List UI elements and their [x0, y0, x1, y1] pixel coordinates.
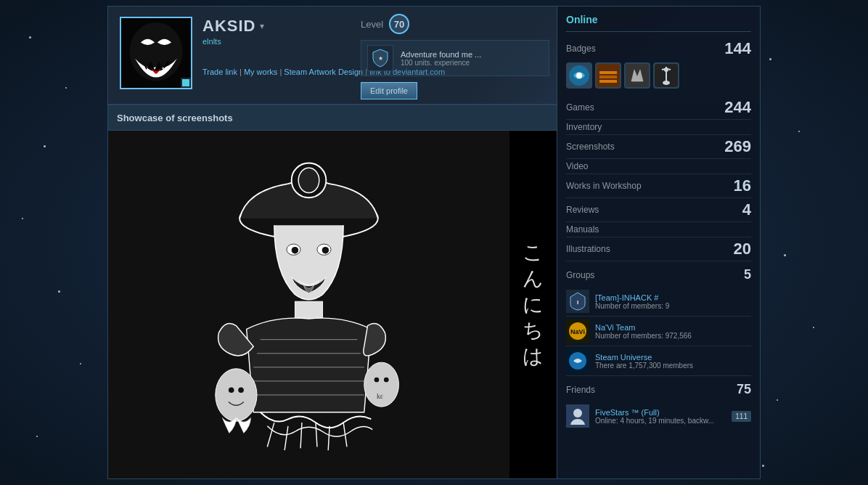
svg-point-33: [663, 81, 670, 85]
friend-item-1: FiveStars ™ (Full) Online: 4 hours, 19 m…: [566, 402, 751, 431]
badge-icon-2: [597, 64, 620, 87]
group-info-2: Na'Vi Team Number of members: 972,566: [595, 323, 751, 340]
video-row[interactable]: Video: [566, 159, 751, 174]
svg-point-32: [664, 68, 668, 72]
group-members-2: Number of members: 972,566: [595, 332, 751, 340]
achievement-text: Adventure found me ... 100 units. experi…: [401, 50, 543, 67]
friend-count-badge-1: 111: [732, 411, 751, 422]
svg-text:★: ★: [378, 55, 383, 62]
jp-char-4: ち: [523, 319, 544, 342]
games-row[interactable]: Games 244: [566, 96, 751, 120]
svg-rect-28: [599, 76, 617, 78]
level-label: Level: [361, 19, 383, 30]
badge-icon-3: [626, 64, 649, 87]
badge-1: [566, 62, 592, 89]
screenshot-main: kε こ ん に ち は: [108, 131, 557, 478]
level-badge: 70: [389, 14, 409, 34]
svg-text:kε: kε: [377, 393, 383, 400]
japanese-text-overlay: こ ん に ち は: [509, 131, 557, 478]
svg-rect-30: [626, 64, 649, 87]
username-dropdown[interactable]: ▾: [260, 21, 264, 31]
workshop-count: 16: [734, 176, 751, 195]
group-name-3[interactable]: Steam Universe: [595, 353, 751, 362]
group-members-1: Number of members: 9: [595, 302, 751, 310]
friend-info-1: FiveStars ™ (Full) Online: 4 hours, 19 m…: [595, 408, 726, 425]
showcase-title: Showcase of screenshots: [117, 113, 233, 123]
manuals-row[interactable]: Manuals: [566, 222, 751, 237]
inventory-label: Inventory: [566, 122, 602, 132]
inventory-row[interactable]: Inventory: [566, 120, 751, 135]
group-info-3: Steam Universe There are 1,757,300 membe…: [595, 353, 751, 370]
group-item-3: Steam Universe There are 1,757,300 membe…: [566, 346, 751, 376]
online-indicator: [181, 78, 191, 88]
showcase-header: Showcase of screenshots: [108, 105, 557, 131]
showcase-content: kε こ ん に ち は: [108, 131, 557, 478]
level-header: Level 70: [361, 14, 549, 34]
illustrations-row[interactable]: Illustrations 20: [566, 237, 751, 261]
friends-count: 75: [737, 382, 751, 397]
trade-link[interactable]: Trade link: [202, 68, 237, 76]
friend-status-1: Online: 4 hours, 19 minutes, backw...: [595, 417, 726, 425]
illustrations-label: Illustrations: [566, 244, 610, 254]
reviews-label: Reviews: [566, 205, 599, 215]
friend-name-1[interactable]: FiveStars ™ (Full): [595, 408, 726, 417]
jp-char-2: ん: [523, 268, 544, 290]
edit-profile-button[interactable]: Edit profile: [361, 82, 417, 99]
achievement-row: ★ Adventure found me ... 100 units. expe…: [361, 40, 549, 76]
group-icon-1: I: [566, 290, 589, 313]
friend-avatar-icon-1: [566, 404, 589, 428]
jp-char-5: は: [523, 346, 544, 368]
my-works-link[interactable]: My works: [244, 68, 277, 76]
games-label: Games: [566, 102, 594, 113]
badge-3: [624, 62, 650, 89]
badges-count: 144: [724, 39, 751, 58]
svg-rect-27: [599, 71, 617, 74]
group-icon-2: NaVi: [566, 319, 589, 343]
svg-text:I: I: [577, 299, 578, 306]
workshop-row[interactable]: Works in Workshop 16: [566, 174, 751, 198]
svg-point-19: [238, 387, 244, 393]
group-item-1: I [Team]-INHACK # Number of members: 9: [566, 287, 751, 317]
groups-label: Groups: [566, 270, 594, 280]
groups-count: 5: [744, 267, 751, 282]
svg-point-18: [229, 387, 234, 393]
avatar: [120, 17, 192, 89]
group-avatar-2: NaVi: [566, 319, 589, 343]
screenshots-label: Screenshots: [566, 142, 615, 152]
artwork-svg: kε: [108, 131, 509, 478]
video-label: Video: [566, 161, 588, 171]
reviews-row[interactable]: Reviews 4: [566, 198, 751, 222]
badges-row: [566, 62, 751, 89]
reviews-count: 4: [742, 200, 751, 219]
group-name-1[interactable]: [Team]-INHACK #: [595, 293, 751, 302]
group-info-1: [Team]-INHACK # Number of members: 9: [595, 293, 751, 310]
badges-section: Badges 144: [566, 39, 751, 89]
badge-icon-1: [568, 64, 591, 87]
friends-header: Friends 75: [566, 382, 751, 397]
jp-char-1: こ: [523, 242, 544, 264]
badge-icon-4: [655, 64, 678, 87]
friend-avatar-1: [566, 404, 589, 428]
group-icon-3: [566, 349, 589, 372]
svg-text:NaVi: NaVi: [570, 328, 585, 335]
achievement-sub: 100 units. experience: [401, 59, 543, 67]
screenshot-artwork: kε: [108, 131, 509, 478]
screenshots-row[interactable]: Screenshots 269: [566, 135, 751, 159]
username: AKSID: [202, 17, 255, 36]
content-area: Showcase of screenshots: [108, 105, 557, 478]
steam-artwork-link[interactable]: Steam Artwork Design: [284, 68, 363, 76]
svg-point-20: [364, 362, 399, 407]
group-avatar-3: [566, 349, 589, 372]
main-container: AKSID ▾ elnlts Trade link | My works | S…: [107, 6, 761, 479]
group-item-2: NaVi Na'Vi Team Number of members: 972,5…: [566, 317, 751, 346]
badges-header: Badges 144: [566, 39, 751, 58]
groups-header: Groups 5: [566, 267, 751, 282]
manuals-label: Manuals: [566, 224, 599, 235]
group-members-3: There are 1,757,300 members: [595, 362, 751, 370]
level-section: Level 70 ★ Adventure found me ... 100 un…: [361, 14, 549, 99]
friends-label: Friends: [566, 385, 595, 395]
illustrations-count: 20: [734, 240, 751, 258]
svg-point-10: [322, 247, 329, 254]
shield-icon: ★: [372, 48, 389, 68]
group-name-2[interactable]: Na'Vi Team: [595, 323, 751, 332]
